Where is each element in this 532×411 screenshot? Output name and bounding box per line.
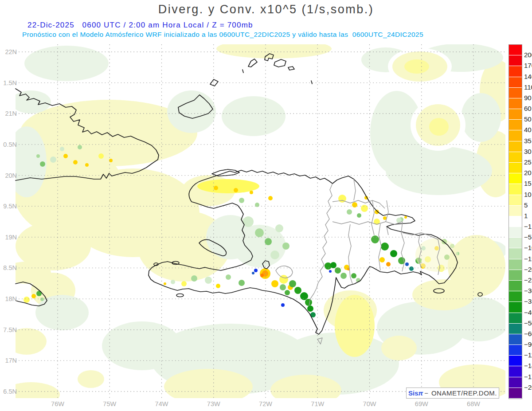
colorbar-tick-label: −90 xyxy=(524,341,532,348)
colorbar-cell xyxy=(509,259,522,270)
colorbar-cell xyxy=(509,270,522,281)
lat-tick-label: 17N xyxy=(5,357,17,364)
colorbar-cell xyxy=(509,281,522,291)
colorbar-tick-label: −50 xyxy=(524,319,532,327)
lat-tick-label: 8.5N xyxy=(3,264,17,271)
lon-tick-label: 76W xyxy=(51,400,64,407)
island-ile-a-vache xyxy=(176,294,184,297)
lon-tick-label: 72W xyxy=(259,400,272,407)
attribution-org: ONAMET/REP.DOM. xyxy=(431,389,497,397)
model-subtitle: Pronóstico con el Modelo Atmósferico WRF… xyxy=(22,31,423,39)
colorbar-cell xyxy=(509,184,522,195)
colorbar-cell xyxy=(509,195,522,206)
colorbar-cell xyxy=(509,324,522,334)
colorbar-tick-label: −20 xyxy=(524,266,532,274)
colorbar-tick-label: 20 xyxy=(524,169,532,177)
lat-tick-label: 18N xyxy=(5,295,17,302)
colorbar-cell xyxy=(509,238,522,248)
colorbar-tick-label: 60 xyxy=(524,105,532,113)
lat-tick-label: 1.5N xyxy=(3,79,17,86)
colorbar-cell xyxy=(509,66,522,77)
colorbar-cell xyxy=(509,248,522,259)
colorbar-cell xyxy=(509,45,522,55)
lat-tick-label: 22N xyxy=(5,48,17,55)
colorbar-cell xyxy=(509,388,522,399)
colorbar-tick-label: 200 xyxy=(524,51,532,59)
colorbar-cell xyxy=(509,356,522,366)
border-haiti-dr xyxy=(309,184,332,306)
attribution-pi-icon: π xyxy=(418,389,423,397)
colorbar-cell xyxy=(509,173,522,184)
colorbar-tick-label: −140 xyxy=(524,362,532,370)
colorbar-cell xyxy=(509,141,522,152)
colorbar-tick-label: 40 xyxy=(524,126,532,134)
lon-tick-label: 75W xyxy=(103,400,116,407)
lat-tick-label: 9.5N xyxy=(3,203,17,210)
lon-tick-label: 73W xyxy=(207,400,220,407)
colorbar-cell xyxy=(509,77,522,88)
lat-tick-label: 19N xyxy=(5,234,17,241)
forecast-map: 22N1.5N21N0.5N20N9.5N19N8.5N18N7.5N17N6.… xyxy=(0,0,532,411)
colorbar-cell xyxy=(509,163,522,173)
colorbar-cell xyxy=(509,55,522,66)
colorbar-tick-label: −40 xyxy=(524,309,532,317)
colorbar-cell xyxy=(509,130,522,141)
colorbar-cell xyxy=(509,227,522,238)
colorbar-tick-label: 10 xyxy=(524,191,532,199)
lon-tick-label: 70W xyxy=(363,400,376,407)
colorbar-cell xyxy=(509,313,522,324)
colorbar-tick-label: 140 xyxy=(524,73,532,81)
colorbar-cell xyxy=(509,206,522,216)
colorbar-cell xyxy=(509,334,522,345)
colorbar-tick-label: −110 xyxy=(524,351,532,359)
colorbar-cell xyxy=(509,345,522,356)
colorbar-tick-labels: 2001701401109060504035302520151051−1−5−1… xyxy=(524,44,532,398)
colorbar-tick-label: 1 xyxy=(524,212,528,220)
colorbar-tick-label: 35 xyxy=(524,137,532,145)
colorbar-cell xyxy=(509,152,522,163)
colorbar-cell xyxy=(509,216,522,227)
colorbar-tick-label: −10 xyxy=(524,244,532,252)
colorbar-tick-label: 5 xyxy=(524,201,528,209)
colorbar-cell xyxy=(509,291,522,302)
shaded-field xyxy=(2,39,516,407)
lon-tick-label: 69W xyxy=(415,400,428,407)
colorbar-tick-label: 170 xyxy=(524,62,532,70)
colorbar-cell xyxy=(509,377,522,388)
colorbar-tick-label: −200 xyxy=(524,384,532,391)
lon-tick-label: 74W xyxy=(155,400,168,407)
lat-tick-label: 21N xyxy=(5,110,17,117)
lat-tick-label: 0.5N xyxy=(3,141,17,148)
colorbar-tick-label: −60 xyxy=(524,330,532,338)
colorbar-cell xyxy=(509,366,522,377)
colorbar-cell xyxy=(509,98,522,109)
colorbar-tick-label: 30 xyxy=(524,148,532,156)
colorbar-tick-label: −15 xyxy=(524,255,532,263)
lat-tick-label: 6.5N xyxy=(3,388,17,395)
colorbar-tick-label: 50 xyxy=(524,115,532,123)
colorbar-tick-label: 15 xyxy=(524,180,532,188)
colorbar-tick-label: 25 xyxy=(524,158,532,166)
colorbar-cell xyxy=(509,302,522,313)
colorbar-cell xyxy=(509,109,522,120)
lat-tick-label: 20N xyxy=(5,172,17,179)
lat-tick-label: 7.5N xyxy=(3,326,17,333)
colorbar-tick-label: −1 xyxy=(524,223,532,231)
colorbar-tick-label: −170 xyxy=(524,373,532,381)
colorbar-tick-label: −25 xyxy=(524,276,532,284)
colorbar-scale xyxy=(509,44,522,399)
colorbar-tick-label: 110 xyxy=(524,83,532,91)
colorbar-cell xyxy=(509,88,522,98)
colorbar-tick-label: −35 xyxy=(524,297,532,305)
colorbar-cell xyxy=(509,120,522,130)
lon-tick-label: 68W xyxy=(467,400,480,407)
lon-tick-label: 71W xyxy=(311,400,324,407)
datetime-subtitle: 22-Dic-2025 0600 UTC / 2:00 am Hora Loca… xyxy=(27,21,253,30)
attribution-box: Sisπ−ONAMET/REP.DOM. xyxy=(406,388,499,399)
colorbar-tick-label: 90 xyxy=(524,94,532,102)
colorbar-tick-label: −5 xyxy=(524,233,532,241)
attribution-dash: − xyxy=(424,389,428,397)
attribution-sis: Sis xyxy=(408,389,419,397)
page-title: Diverg. y Conv. x10^5 (1/s,somb.) xyxy=(0,3,532,16)
colorbar-tick-label: −30 xyxy=(524,287,532,295)
